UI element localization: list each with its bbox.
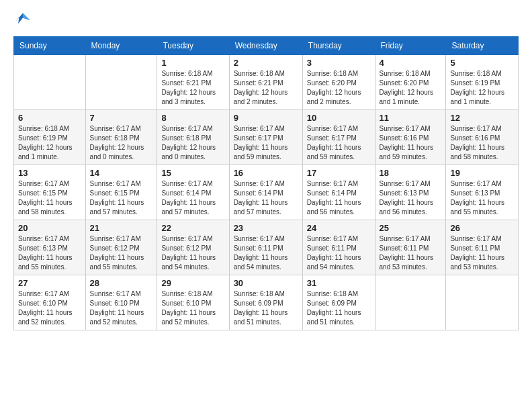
day-info: Sunrise: 6:17 AMSunset: 6:11 PMDaylight:… [450,234,514,272]
day-info: Sunrise: 6:17 AMSunset: 6:14 PMDaylight:… [307,179,371,217]
day-number: 16 [234,168,298,178]
day-cell: 20Sunrise: 6:17 AMSunset: 6:13 PMDayligh… [14,220,86,275]
day-info: Sunrise: 6:17 AMSunset: 6:16 PMDaylight:… [450,124,514,162]
day-cell: 11Sunrise: 6:17 AMSunset: 6:16 PMDayligh… [375,110,446,165]
day-info: Sunrise: 6:17 AMSunset: 6:10 PMDaylight:… [18,289,81,327]
day-cell: 10Sunrise: 6:17 AMSunset: 6:17 PMDayligh… [302,110,375,165]
day-number: 27 [18,278,81,288]
day-cell: 21Sunrise: 6:17 AMSunset: 6:12 PMDayligh… [85,220,157,275]
logo [13,11,35,30]
day-info: Sunrise: 6:17 AMSunset: 6:18 PMDaylight:… [90,124,153,162]
weekday-header-thursday: Thursday [302,37,375,55]
day-cell: 25Sunrise: 6:17 AMSunset: 6:11 PMDayligh… [375,220,446,275]
day-info: Sunrise: 6:18 AMSunset: 6:19 PMDaylight:… [450,69,514,107]
day-info: Sunrise: 6:17 AMSunset: 6:11 PMDaylight:… [234,234,298,272]
calendar-table: SundayMondayTuesdayWednesdayThursdayFrid… [13,36,519,330]
day-number: 26 [450,223,514,233]
day-cell: 14Sunrise: 6:17 AMSunset: 6:15 PMDayligh… [85,165,157,220]
day-number: 22 [161,223,224,233]
day-info: Sunrise: 6:18 AMSunset: 6:19 PMDaylight:… [18,124,81,162]
day-cell: 12Sunrise: 6:17 AMSunset: 6:16 PMDayligh… [446,110,519,165]
day-cell: 24Sunrise: 6:17 AMSunset: 6:11 PMDayligh… [302,220,375,275]
day-info: Sunrise: 6:18 AMSunset: 6:09 PMDaylight:… [307,289,371,327]
day-number: 14 [90,168,153,178]
day-number: 2 [234,58,298,68]
day-number: 10 [307,113,371,123]
day-number: 1 [161,58,224,68]
day-info: Sunrise: 6:17 AMSunset: 6:17 PMDaylight:… [234,124,298,162]
day-cell: 2Sunrise: 6:18 AMSunset: 6:21 PMDaylight… [229,55,302,110]
day-cell: 17Sunrise: 6:17 AMSunset: 6:14 PMDayligh… [302,165,375,220]
day-info: Sunrise: 6:18 AMSunset: 6:20 PMDaylight:… [307,69,371,107]
day-cell: 4Sunrise: 6:18 AMSunset: 6:20 PMDaylight… [375,55,446,110]
day-info: Sunrise: 6:17 AMSunset: 6:13 PMDaylight:… [18,234,81,272]
day-number: 20 [18,223,81,233]
day-cell [85,55,157,110]
day-info: Sunrise: 6:18 AMSunset: 6:21 PMDaylight:… [161,69,224,107]
day-number: 21 [90,223,153,233]
day-info: Sunrise: 6:17 AMSunset: 6:11 PMDaylight:… [380,234,442,272]
week-row-1: 6Sunrise: 6:18 AMSunset: 6:19 PMDaylight… [14,110,519,165]
day-info: Sunrise: 6:17 AMSunset: 6:13 PMDaylight:… [380,179,442,217]
day-number: 18 [380,168,442,178]
day-info: Sunrise: 6:18 AMSunset: 6:21 PMDaylight:… [234,69,298,107]
day-info: Sunrise: 6:17 AMSunset: 6:13 PMDaylight:… [450,179,514,217]
day-number: 23 [234,223,298,233]
day-cell: 27Sunrise: 6:17 AMSunset: 6:10 PMDayligh… [14,275,86,330]
day-info: Sunrise: 6:17 AMSunset: 6:15 PMDaylight:… [90,179,153,217]
day-cell: 15Sunrise: 6:17 AMSunset: 6:14 PMDayligh… [157,165,229,220]
day-info: Sunrise: 6:17 AMSunset: 6:12 PMDaylight:… [90,234,153,272]
day-cell: 8Sunrise: 6:17 AMSunset: 6:18 PMDaylight… [157,110,229,165]
week-row-2: 13Sunrise: 6:17 AMSunset: 6:15 PMDayligh… [14,165,519,220]
day-number: 9 [234,113,298,123]
day-number: 3 [307,58,371,68]
day-cell: 28Sunrise: 6:17 AMSunset: 6:10 PMDayligh… [85,275,157,330]
day-number: 8 [161,113,224,123]
day-info: Sunrise: 6:18 AMSunset: 6:20 PMDaylight:… [380,69,442,107]
day-info: Sunrise: 6:17 AMSunset: 6:16 PMDaylight:… [380,124,442,162]
weekday-header-saturday: Saturday [446,37,519,55]
weekday-header-wednesday: Wednesday [229,37,302,55]
day-cell [375,275,446,330]
day-cell: 22Sunrise: 6:17 AMSunset: 6:12 PMDayligh… [157,220,229,275]
day-number: 25 [380,223,442,233]
day-cell: 16Sunrise: 6:17 AMSunset: 6:14 PMDayligh… [229,165,302,220]
day-cell: 23Sunrise: 6:17 AMSunset: 6:11 PMDayligh… [229,220,302,275]
day-info: Sunrise: 6:17 AMSunset: 6:15 PMDaylight:… [18,179,81,217]
day-info: Sunrise: 6:17 AMSunset: 6:14 PMDaylight:… [161,179,224,217]
weekday-header-sunday: Sunday [14,37,86,55]
day-number: 24 [307,223,371,233]
day-info: Sunrise: 6:17 AMSunset: 6:10 PMDaylight:… [90,289,153,327]
day-number: 5 [450,58,514,68]
day-cell: 6Sunrise: 6:18 AMSunset: 6:19 PMDaylight… [14,110,86,165]
day-cell: 1Sunrise: 6:18 AMSunset: 6:21 PMDaylight… [157,55,229,110]
logo-bird-icon [13,11,32,30]
day-number: 12 [450,113,514,123]
day-number: 29 [161,278,224,288]
day-number: 13 [18,168,81,178]
day-cell: 18Sunrise: 6:17 AMSunset: 6:13 PMDayligh… [375,165,446,220]
day-cell: 29Sunrise: 6:18 AMSunset: 6:10 PMDayligh… [157,275,229,330]
day-info: Sunrise: 6:18 AMSunset: 6:09 PMDaylight:… [234,289,298,327]
day-cell: 30Sunrise: 6:18 AMSunset: 6:09 PMDayligh… [229,275,302,330]
page: SundayMondayTuesdayWednesdayThursdayFrid… [0,0,532,411]
day-cell [446,275,519,330]
day-cell: 3Sunrise: 6:18 AMSunset: 6:20 PMDaylight… [302,55,375,110]
day-info: Sunrise: 6:18 AMSunset: 6:10 PMDaylight:… [161,289,224,327]
day-cell [14,55,86,110]
week-row-3: 20Sunrise: 6:17 AMSunset: 6:13 PMDayligh… [14,220,519,275]
day-cell: 5Sunrise: 6:18 AMSunset: 6:19 PMDaylight… [446,55,519,110]
day-number: 4 [380,58,442,68]
svg-marker-1 [23,13,30,21]
day-cell: 26Sunrise: 6:17 AMSunset: 6:11 PMDayligh… [446,220,519,275]
day-number: 6 [18,113,81,123]
day-number: 30 [234,278,298,288]
day-number: 17 [307,168,371,178]
day-cell: 9Sunrise: 6:17 AMSunset: 6:17 PMDaylight… [229,110,302,165]
weekday-header-row: SundayMondayTuesdayWednesdayThursdayFrid… [14,37,519,55]
day-number: 15 [161,168,224,178]
day-number: 7 [90,113,153,123]
day-info: Sunrise: 6:17 AMSunset: 6:14 PMDaylight:… [234,179,298,217]
weekday-header-tuesday: Tuesday [157,37,229,55]
day-info: Sunrise: 6:17 AMSunset: 6:12 PMDaylight:… [161,234,224,272]
